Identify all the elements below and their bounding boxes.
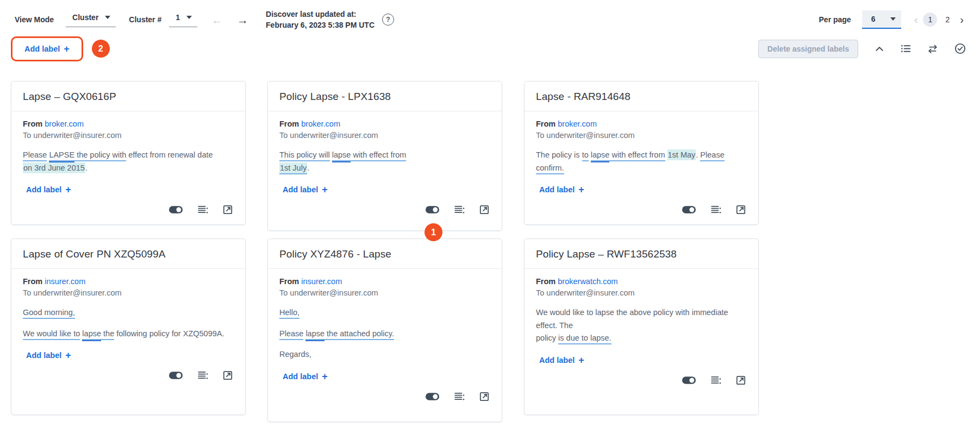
from-domain-link[interactable]: insurer.com bbox=[45, 277, 85, 286]
card-header: Lapse – GQX0616P bbox=[11, 81, 245, 111]
cluster-number-select[interactable]: 1 bbox=[169, 12, 197, 27]
open-in-new-icon[interactable] bbox=[736, 375, 746, 385]
underlined-phrase: the policy with bbox=[74, 150, 126, 161]
text-lines-icon[interactable] bbox=[198, 204, 208, 215]
add-label-row: Add label + bbox=[536, 355, 747, 365]
email-excerpt: We would like to lapse the above policy … bbox=[536, 306, 747, 354]
add-label-row: Add label + bbox=[279, 372, 490, 381]
annotation-badge-1: 1 bbox=[425, 223, 442, 241]
delete-assigned-labels-button[interactable]: Delete assigned labels bbox=[758, 40, 858, 58]
email-text-segment: following policy for XZQ5099A. bbox=[114, 329, 224, 338]
card-header: Policy XYZ4876 - Lapse bbox=[268, 239, 502, 269]
annotations-toggle-icon[interactable] bbox=[168, 205, 183, 214]
add-label-button[interactable]: Add label + bbox=[283, 185, 328, 194]
add-label-text: Add label bbox=[24, 45, 60, 53]
card-icon-toolbar bbox=[23, 204, 234, 216]
per-page-value: 6 bbox=[871, 15, 876, 23]
annotations-toggle-icon[interactable] bbox=[168, 371, 183, 380]
plus-icon: + bbox=[322, 372, 328, 381]
from-domain-link[interactable]: broker.com bbox=[45, 120, 84, 128]
bulk-actions: Delete assigned labels bbox=[758, 40, 966, 58]
cluster-card: Policy Lapse – RWF13562538 From brokerwa… bbox=[524, 238, 759, 415]
email-excerpt: Good morning,We would like to lapse the … bbox=[23, 306, 234, 349]
open-in-new-icon[interactable] bbox=[479, 392, 489, 401]
underlined-phrase: lapse bbox=[591, 150, 610, 161]
email-text-segment bbox=[665, 150, 667, 159]
annotations-toggle-icon[interactable] bbox=[682, 376, 696, 385]
swap-arrows-icon[interactable] bbox=[927, 44, 938, 54]
email-excerpt: The policy is to lapse with effect from … bbox=[536, 149, 747, 183]
view-mode-select[interactable]: Cluster bbox=[66, 12, 116, 27]
from-domain-link[interactable]: broker.com bbox=[558, 120, 597, 128]
next-cluster-arrow-icon[interactable]: → bbox=[237, 14, 248, 26]
text-lines-icon[interactable] bbox=[198, 370, 208, 380]
open-in-new-icon[interactable] bbox=[223, 205, 233, 215]
from-line: From insurer.com bbox=[23, 277, 234, 286]
card-icon-toolbar bbox=[279, 204, 490, 216]
add-label-button[interactable]: Add label + bbox=[26, 185, 71, 194]
underlined-phrase: Good morning, bbox=[23, 308, 75, 319]
text-lines-icon[interactable] bbox=[711, 375, 721, 385]
add-label-button[interactable]: Add label + bbox=[539, 355, 584, 365]
check-circle-icon[interactable] bbox=[954, 43, 966, 54]
annotation-badge-2: 2 bbox=[92, 40, 110, 58]
bulleted-list-icon[interactable] bbox=[901, 43, 911, 54]
page-number-2[interactable]: 2 bbox=[940, 12, 954, 27]
add-label-button[interactable]: Add label + bbox=[283, 372, 328, 381]
open-in-new-icon[interactable] bbox=[736, 205, 746, 215]
from-domain-link[interactable]: broker.com bbox=[301, 120, 340, 128]
annotations-toggle-icon[interactable] bbox=[425, 392, 440, 401]
email-paragraph: Regards, bbox=[279, 348, 490, 361]
plus-icon: + bbox=[65, 350, 71, 360]
page-prev-icon[interactable]: ‹ bbox=[912, 14, 920, 25]
plus-icon: + bbox=[578, 185, 584, 194]
from-label: From bbox=[279, 277, 301, 286]
card-icon-toolbar bbox=[279, 391, 490, 403]
per-page-select[interactable]: 6 bbox=[862, 10, 901, 29]
email-paragraph: We would like to lapse the following pol… bbox=[23, 328, 234, 341]
text-lines-icon[interactable] bbox=[454, 204, 465, 215]
underlined-phrase: to bbox=[582, 150, 589, 161]
card-header: Lapse - RAR914648 bbox=[525, 81, 758, 111]
plus-icon: + bbox=[64, 44, 70, 54]
annotations-toggle-icon[interactable] bbox=[425, 205, 440, 214]
annotations-toggle-icon[interactable] bbox=[682, 205, 696, 214]
underlined-phrase: lapse bbox=[305, 329, 324, 340]
text-lines-icon[interactable] bbox=[711, 204, 721, 215]
email-excerpt: Please LAPSE the policy with effect from… bbox=[23, 149, 234, 183]
open-in-new-icon[interactable] bbox=[479, 205, 489, 215]
email-paragraph: Good morning, bbox=[23, 306, 234, 319]
last-updated-line2: February 6, 2023 5:38 PM UTC bbox=[266, 20, 374, 30]
highlighted-entity: 1st May bbox=[667, 149, 696, 160]
top-toolbar: View Mode Cluster Cluster # 1 ← → Discov… bbox=[0, 0, 980, 31]
to-line: To underwriter@insurer.com bbox=[279, 131, 490, 140]
underlined-phrase: LAPSE bbox=[49, 150, 74, 161]
pagination: ‹ 1 2 › bbox=[912, 12, 966, 27]
collapse-icon[interactable] bbox=[875, 44, 884, 54]
prev-cluster-arrow-icon[interactable]: ← bbox=[211, 14, 223, 26]
page-next-icon[interactable]: › bbox=[958, 14, 966, 25]
from-domain-link[interactable]: brokerwatch.com bbox=[558, 277, 617, 286]
from-domain-link[interactable]: insurer.com bbox=[301, 277, 342, 286]
add-label-row: Add label + bbox=[23, 185, 234, 194]
action-toolbar: Add label + 2 Delete assigned labels bbox=[0, 36, 980, 61]
to-line: To underwriter@insurer.com bbox=[536, 131, 747, 140]
open-in-new-icon[interactable] bbox=[223, 371, 233, 380]
email-paragraph: Please lapse the attached policy. bbox=[279, 328, 490, 341]
add-label-button[interactable]: Add label + bbox=[26, 350, 71, 360]
add-label-row: Add label + bbox=[536, 185, 747, 194]
underlined-phrase: the bbox=[101, 329, 114, 340]
help-icon[interactable]: ? bbox=[382, 14, 394, 26]
card-title: Lapse - RAR914648 bbox=[536, 91, 747, 103]
from-label: From bbox=[536, 120, 558, 128]
add-label-button-global[interactable]: Add label + bbox=[24, 44, 70, 54]
add-label-text: Add label bbox=[539, 356, 575, 365]
email-text-segment: Regards, bbox=[279, 350, 311, 359]
chevron-down-icon bbox=[105, 16, 110, 19]
text-lines-icon[interactable] bbox=[454, 391, 465, 401]
email-paragraph: The policy is to lapse with effect from … bbox=[536, 149, 747, 175]
page-number-1[interactable]: 1 bbox=[923, 12, 937, 27]
add-label-button[interactable]: Add label + bbox=[539, 185, 584, 194]
add-label-text: Add label bbox=[283, 372, 318, 381]
cluster-card: Lapse of Cover PN XZQ5099A From insurer.… bbox=[11, 238, 246, 415]
